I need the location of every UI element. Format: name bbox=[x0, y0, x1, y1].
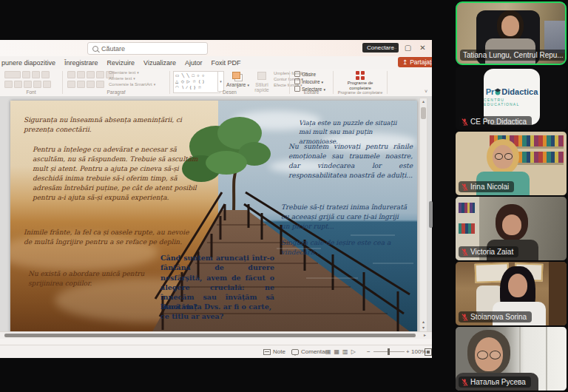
zoom-out-button[interactable]: − bbox=[367, 345, 371, 358]
share-icon: ↥ bbox=[402, 58, 408, 66]
fit-icon bbox=[425, 348, 432, 356]
editing-group: Găsire Înlocuire Selectare Editare bbox=[290, 69, 333, 95]
font-controls-disabled-2 bbox=[4, 81, 59, 88]
editing-group-label: Editare bbox=[290, 89, 333, 95]
slide-text-right-2: Nu suntem vinovați pentru rănile emoțion… bbox=[288, 142, 413, 180]
vertical-scroll-thumb[interactable] bbox=[421, 107, 426, 119]
participant-face bbox=[502, 214, 521, 235]
tab-record[interactable]: Înregistrare bbox=[60, 59, 103, 67]
muted-mic-icon bbox=[462, 118, 468, 126]
participant-name-label: Наталья Русева bbox=[459, 376, 531, 388]
slide-text-left-4: Nu există o abordare unică pentru spriji… bbox=[28, 269, 146, 288]
muted-mic-icon bbox=[462, 183, 468, 192]
window-frame bbox=[546, 327, 547, 391]
collapse-ribbon-icon[interactable]: ˅ bbox=[425, 89, 427, 94]
tab-help[interactable]: Ajutor bbox=[180, 59, 207, 67]
shapes-gallery-scroll[interactable]: ▾ bbox=[217, 71, 224, 92]
logo-subtitle: CENTRU EDUCATIONAL bbox=[484, 98, 540, 107]
search-input[interactable]: Căutare bbox=[87, 42, 208, 55]
graduation-cap-icon bbox=[494, 88, 501, 95]
paragraph-group-label: Paragraf bbox=[63, 89, 169, 95]
slide-text-left-1: Siguranța nu înseamnă absența amenințări… bbox=[24, 115, 200, 135]
find-icon bbox=[294, 71, 300, 77]
powerpoint-window: Căutare Conectare — ▢ ✕ punere diapoziti… bbox=[0, 40, 432, 358]
replace-button[interactable]: Înlocuire bbox=[294, 78, 325, 84]
replace-icon bbox=[294, 78, 300, 84]
slide-text-right-4: Singura cale de ieșire este cea a vindec… bbox=[281, 238, 392, 257]
horizontal-scrollbar[interactable]: ▸ bbox=[0, 331, 432, 339]
minimize-button[interactable]: — bbox=[388, 42, 399, 53]
participant-name-label: CE Pro Didactica bbox=[459, 116, 532, 127]
share-button[interactable]: ↥ Partajați ▾ bbox=[398, 57, 432, 67]
arrange-button[interactable]: Aranjare bbox=[226, 70, 248, 87]
tab-foxit-pdf[interactable]: Foxit PDF bbox=[206, 59, 245, 67]
view-switcher[interactable]: ▤▦▥▷ bbox=[325, 345, 359, 358]
participant-tile-irina-nicolai[interactable]: Irina Nicolai bbox=[456, 132, 567, 195]
participant-tile-ce-pro-didactica[interactable]: Pr Didactica CENTRU EDUCATIONAL bbox=[456, 67, 567, 130]
fit-to-window-button[interactable] bbox=[425, 345, 432, 358]
addins-group-label: Programe de completare bbox=[334, 90, 387, 95]
drawing-group: ▭ ╲ ╲ □ ○ ○△ ◇ ▷ ☆ ( )◠ ∖ ∕ { } ☆ ▾ Aran… bbox=[170, 69, 289, 95]
tab-review[interactable]: Revizuire bbox=[103, 59, 140, 67]
slide[interactable]: Siguranța nu înseamnă absența amenințări… bbox=[10, 101, 417, 334]
previous-slide-icon[interactable]: ▴ bbox=[420, 319, 427, 325]
zoom-slider-thumb[interactable] bbox=[388, 348, 390, 355]
participants-sidebar: Tatiana Lungu, Centrul Repu... Pr Didact… bbox=[454, 0, 568, 392]
ribbon-tab-row: punere diapozitive Înregistrare Revizuir… bbox=[0, 56, 432, 69]
font-group-label: Font bbox=[0, 89, 62, 95]
scroll-right-icon[interactable]: ▸ bbox=[424, 332, 426, 339]
addins-button[interactable]: Programe de completare bbox=[341, 70, 379, 91]
tab-view[interactable]: Vizualizare bbox=[139, 59, 180, 67]
participant-tile-stoianova-sorina[interactable]: Stoianova Sorina bbox=[456, 262, 567, 325]
horizontal-scroll-thumb[interactable] bbox=[4, 334, 416, 337]
logo-text-pro: Pr bbox=[486, 87, 495, 96]
next-slide-icon[interactable]: ▾ bbox=[420, 325, 427, 331]
status-bar: Note Comentarii ▤▦▥▷ − + 100% bbox=[0, 345, 432, 358]
panel-divider-handle[interactable] bbox=[429, 201, 433, 228]
slide-canvas: Siguranța nu înseamnă absența amenințări… bbox=[0, 96, 432, 339]
slide-text-left-2: Pentru a înțelege cu adevărat e necesar … bbox=[33, 145, 201, 203]
ribbon: Font Orientare text Aliniere text Conver… bbox=[0, 69, 432, 97]
participant-name-label: Stoianova Sorina bbox=[459, 311, 532, 322]
comments-icon bbox=[291, 349, 299, 355]
participant-tile-tatiana-lungu[interactable]: Tatiana Lungu, Centrul Repu... bbox=[456, 1, 567, 65]
vertical-scrollbar[interactable]: ▴ ▴ ▾ ▾ bbox=[419, 98, 427, 337]
participant-name-label: Victoria Zaiat bbox=[459, 246, 518, 257]
arrange-icon bbox=[232, 72, 240, 79]
close-button[interactable]: ✕ bbox=[417, 42, 428, 53]
notes-button[interactable]: Note bbox=[263, 345, 285, 358]
ppt-title-bar: Căutare Conectare — ▢ ✕ bbox=[0, 40, 432, 56]
participant-name-label: Tatiana Lungu, Centrul Repu... bbox=[460, 50, 567, 61]
comments-button[interactable]: Comentarii bbox=[291, 345, 330, 358]
zoom-in-button[interactable]: + bbox=[406, 345, 410, 358]
muted-mic-icon bbox=[462, 378, 468, 387]
glasses-icon bbox=[477, 351, 488, 359]
participant-tile-natalya-ruseva[interactable]: Наталья Русева bbox=[456, 327, 567, 391]
cabinet bbox=[549, 262, 567, 325]
glasses-icon bbox=[495, 153, 503, 160]
muted-mic-icon bbox=[462, 313, 468, 322]
participant-name-label: Irina Nicolai bbox=[459, 181, 514, 192]
smartart-convert-button[interactable]: Conversie la SmartArt bbox=[109, 82, 155, 87]
search-icon bbox=[92, 46, 98, 52]
slide-text-left-3: Inimile frânte, la fel ca și oasele rupt… bbox=[24, 228, 190, 247]
slide-text-right-3: Trebuie să-ți tratezi inima îndurerată c… bbox=[281, 203, 408, 232]
restore-button[interactable]: ▢ bbox=[402, 42, 413, 53]
scroll-up-icon[interactable]: ▴ bbox=[420, 98, 427, 104]
logo-text-didactica: Didactica bbox=[501, 87, 538, 96]
quick-styles-icon bbox=[257, 72, 266, 80]
text-align-button[interactable]: Aliniere text bbox=[109, 76, 155, 81]
font-controls-disabled bbox=[4, 71, 59, 78]
paragraph-group: Orientare text Aliniere text Conversie l… bbox=[63, 69, 169, 95]
search-placeholder: Căutare bbox=[101, 45, 125, 53]
tab-slideshow[interactable]: punere diapozitive bbox=[0, 59, 60, 67]
addins-group: Programe de completare Programe de compl… bbox=[334, 69, 387, 95]
participant-tile-victoria-zaiat[interactable]: Victoria Zaiat bbox=[456, 197, 567, 260]
text-orientation-button[interactable]: Orientare text bbox=[109, 70, 155, 75]
slide-text-center-2: Dacă viața Dvs. ar fi o carte, ce titlu … bbox=[160, 302, 271, 322]
notes-icon bbox=[263, 349, 271, 355]
background-shelf bbox=[544, 21, 565, 53]
find-button[interactable]: Găsire bbox=[294, 71, 325, 77]
participant-face bbox=[508, 274, 527, 297]
addins-icon bbox=[356, 71, 365, 80]
